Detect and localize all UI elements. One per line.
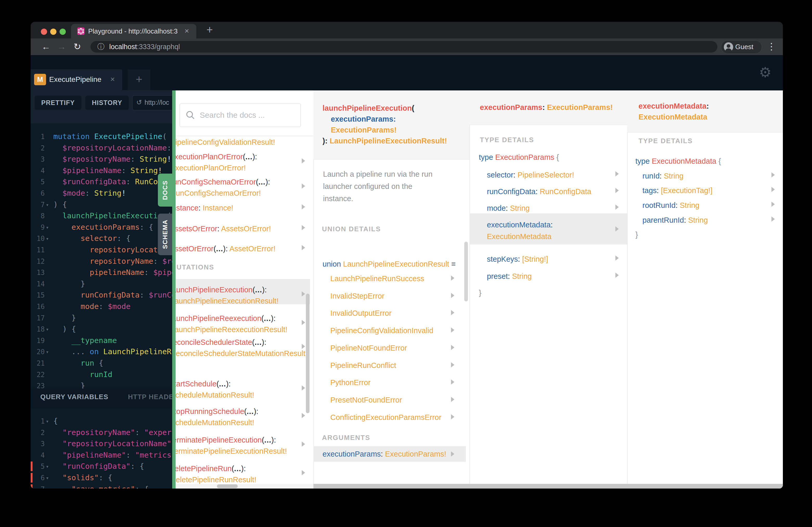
expand-arrow-icon[interactable] — [451, 451, 454, 456]
union-member[interactable]: PythonError — [330, 377, 371, 388]
union-member[interactable]: PipelineConfigValidationInvalid — [330, 325, 433, 336]
code-text[interactable]: repositoryLocationName: $repositoryLocat… — [53, 244, 172, 255]
code-text[interactable]: "repositoryName": "exper — [53, 427, 171, 438]
code-text[interactable]: } — [53, 278, 85, 289]
settings-gear-icon[interactable]: ⚙ — [759, 64, 771, 80]
expand-arrow-icon[interactable] — [302, 386, 305, 391]
code-text[interactable]: ... on LaunchPipelineRunSuccess { — [53, 346, 172, 357]
type-field-row[interactable]: runId: String — [642, 171, 683, 181]
code-text[interactable]: $runConfigData: RunConfigData! — [53, 176, 172, 187]
type-field-row[interactable]: rootRunId: String — [642, 200, 699, 210]
prettify-button[interactable]: PRETTIFY — [34, 96, 82, 110]
code-text[interactable]: runConfigData: $runConfigData — [53, 289, 172, 301]
code-text[interactable]: { — [53, 415, 58, 427]
forward-button-icon[interactable]: → — [57, 39, 66, 55]
code-text[interactable]: $repositoryName: String! — [53, 153, 171, 165]
docs-col2-vscrollbar-thumb[interactable] — [464, 242, 468, 301]
history-button[interactable]: HISTORY — [85, 96, 129, 110]
code-text[interactable]: ) { — [53, 199, 67, 210]
expand-arrow-icon[interactable] — [302, 204, 305, 209]
browser-menu-icon[interactable]: ⋮ — [767, 39, 776, 55]
docs-search-input[interactable]: Search the docs ... — [179, 103, 301, 127]
code-text[interactable]: mode: $mode — [53, 301, 131, 312]
fold-arrow-icon[interactable]: ▾ — [46, 483, 49, 488]
union-member[interactable]: PresetNotFoundError — [330, 395, 402, 405]
code-text[interactable]: ) { — [53, 323, 76, 335]
code-text[interactable]: "save_metrics": { — [53, 483, 149, 488]
type-field-row[interactable]: stepKeys: [String!] — [487, 254, 548, 264]
schema-side-tab[interactable]: SCHEMA — [158, 214, 172, 255]
union-member[interactable]: ConflictingExecutionParamsError — [330, 412, 441, 423]
docs-side-tab[interactable]: DOCS — [158, 174, 172, 207]
expand-arrow-icon[interactable] — [615, 255, 619, 261]
window-zoom-button[interactable] — [60, 29, 66, 35]
docs-col1-vscrollbar-thumb[interactable] — [306, 293, 309, 413]
address-bar[interactable]: ⓘ localhost:3333/graphql — [90, 41, 717, 52]
expand-arrow-icon[interactable] — [771, 216, 775, 222]
type-field-row[interactable]: runConfigData: RunConfigData — [487, 186, 591, 197]
expand-arrow-icon[interactable] — [302, 225, 305, 230]
query-variables-editor[interactable]: 1▾{2 "repositoryName": "exper3 "reposito… — [31, 408, 172, 488]
expand-arrow-icon[interactable] — [451, 379, 454, 385]
code-text[interactable]: "runConfigData": { — [53, 461, 144, 472]
code-text[interactable]: } — [53, 312, 76, 323]
expand-arrow-icon[interactable] — [451, 275, 454, 281]
tab-http-headers[interactable]: HTTP HEADERS — [128, 393, 172, 401]
expand-arrow-icon[interactable] — [451, 328, 454, 333]
fold-arrow-icon[interactable]: ▾ — [46, 472, 49, 484]
new-session-tab-button[interactable]: + — [128, 70, 150, 90]
expand-arrow-icon[interactable] — [451, 414, 454, 419]
union-member[interactable]: InvalidStepError — [330, 291, 385, 301]
expand-arrow-icon[interactable] — [771, 202, 775, 207]
tab-query-variables[interactable]: QUERY VARIABLES — [40, 393, 108, 401]
union-member[interactable]: LaunchPipelineRunSuccess — [330, 273, 424, 284]
expand-arrow-icon[interactable] — [451, 293, 454, 298]
fold-arrow-icon[interactable]: ▾ — [46, 323, 49, 335]
type-field-row[interactable]: parentRunId: String — [642, 215, 708, 225]
expand-arrow-icon[interactable] — [302, 470, 305, 475]
code-text[interactable]: "pipelineName": "metrics — [53, 449, 171, 461]
type-field-row[interactable]: preset: String — [487, 271, 532, 282]
expand-arrow-icon[interactable] — [302, 413, 305, 418]
expand-arrow-icon[interactable] — [771, 172, 775, 178]
code-text[interactable]: "repositoryLocationName" — [53, 438, 171, 449]
code-text[interactable]: repositoryName: $repositoryName — [53, 255, 172, 267]
code-text[interactable]: __typename — [53, 335, 117, 346]
union-member[interactable]: PipelineNotFoundError — [330, 343, 407, 353]
browser-tab[interactable]: Playground - http://localhost:3 × — [71, 24, 197, 39]
window-close-button[interactable] — [41, 29, 47, 35]
expand-arrow-icon[interactable] — [302, 245, 305, 250]
type-field-row[interactable]: mode: String — [487, 203, 530, 213]
code-text[interactable]: } — [53, 380, 85, 389]
reload-button-icon[interactable]: ↻ — [74, 39, 81, 55]
expand-arrow-icon[interactable] — [302, 441, 305, 447]
union-member[interactable]: PipelineRunConflict — [330, 360, 396, 371]
tab-close-icon[interactable]: × — [184, 24, 189, 39]
expand-arrow-icon[interactable] — [451, 362, 454, 367]
site-info-icon[interactable]: ⓘ — [97, 41, 104, 52]
code-text[interactable]: executionParams: { — [53, 222, 153, 233]
code-text[interactable]: $repositoryLocationName: String! — [53, 142, 172, 154]
fold-arrow-icon[interactable]: ▾ — [46, 461, 49, 472]
expand-arrow-icon[interactable] — [302, 183, 305, 189]
endpoint-input[interactable]: ↺http://loc — [132, 95, 172, 110]
code-text[interactable]: run { — [53, 357, 103, 369]
expand-arrow-icon[interactable] — [451, 397, 454, 402]
docs-col1-scrollbar-thumb[interactable] — [217, 484, 238, 488]
fold-arrow-icon[interactable]: ▾ — [46, 346, 49, 358]
session-tab-close-icon[interactable]: × — [110, 70, 115, 90]
expand-arrow-icon[interactable] — [302, 320, 305, 325]
expand-arrow-icon[interactable] — [451, 345, 454, 350]
code-text[interactable]: "solids": { — [53, 472, 112, 483]
type-field-row[interactable]: selector: PipelineSelector! — [487, 170, 574, 180]
endpoint-reload-icon[interactable]: ↺ — [136, 96, 142, 109]
expand-arrow-icon[interactable] — [615, 205, 619, 210]
expand-arrow-icon[interactable] — [302, 291, 305, 297]
expand-arrow-icon[interactable] — [771, 187, 775, 192]
expand-arrow-icon[interactable] — [615, 171, 619, 177]
expand-arrow-icon[interactable] — [302, 344, 305, 349]
window-minimize-button[interactable] — [50, 29, 56, 35]
code-text[interactable]: runId — [53, 369, 112, 380]
code-text[interactable]: $pipelineName: String! — [53, 165, 162, 176]
union-member[interactable]: InvalidOutputError — [330, 308, 391, 318]
